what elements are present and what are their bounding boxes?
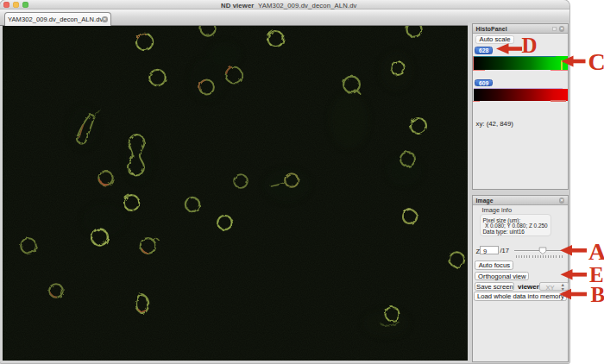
svg-text:B: B bbox=[591, 283, 604, 306]
svg-text:A: A bbox=[588, 238, 604, 265]
svg-text:C: C bbox=[588, 48, 604, 75]
svg-text:D: D bbox=[522, 34, 538, 57]
